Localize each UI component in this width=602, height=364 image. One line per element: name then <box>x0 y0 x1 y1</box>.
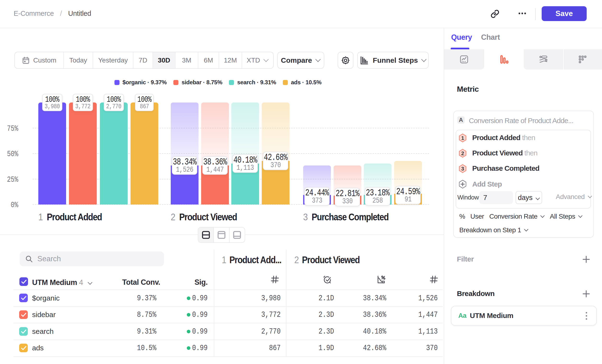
svg-text:2: 2 <box>461 150 464 156</box>
svg-text:1: 1 <box>461 135 464 141</box>
svg-text:3: 3 <box>461 166 464 172</box>
